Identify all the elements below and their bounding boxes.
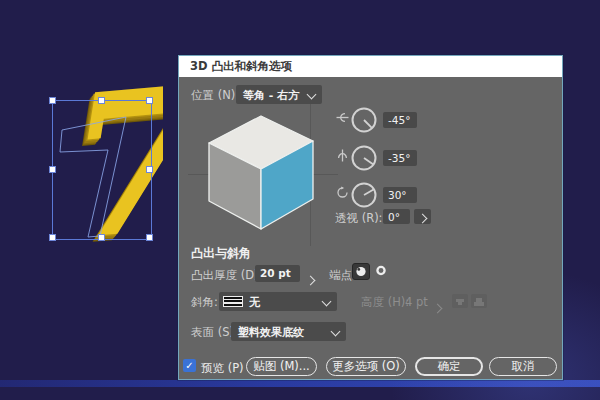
surface-value: 塑料效果底纹 xyxy=(238,326,304,339)
cancel-button[interactable]: 取消 xyxy=(489,357,557,376)
rotate-y-value-field[interactable]: -35° xyxy=(383,150,417,166)
extrude-section-header: 凸出与斜角 xyxy=(191,245,251,262)
cap-hollow-button[interactable] xyxy=(373,263,391,280)
checkmark-icon: ✓ xyxy=(185,360,193,371)
rotate-z-dial[interactable] xyxy=(350,181,378,209)
position-dropdown[interactable]: 等角 - 右方 xyxy=(236,85,322,104)
bevel-label: 斜角: xyxy=(191,295,218,310)
ok-button[interactable]: 确定 xyxy=(415,357,483,376)
surface-dropdown[interactable]: 塑料效果底纹 xyxy=(231,322,346,341)
dialog-title: 3D 凸出和斜角选项 xyxy=(190,56,292,77)
selection-handle-se[interactable] xyxy=(146,234,153,241)
rotate-z-axis-icon xyxy=(336,186,349,199)
extrude-depth-label: 凸出厚度 (D): xyxy=(191,268,262,283)
chevron-right-icon xyxy=(418,214,428,224)
preview-checkbox-label: 预览 (P) xyxy=(201,361,244,376)
bevel-extent-out-button xyxy=(452,294,468,308)
rotate-y-dial[interactable] xyxy=(350,144,378,172)
rotate-y-axis-icon xyxy=(336,149,349,162)
bevel-extent-in-icon xyxy=(471,295,487,309)
selection-handle-s[interactable] xyxy=(98,234,105,241)
dialog-titlebar[interactable]: 3D 凸出和斜角选项 xyxy=(179,56,562,77)
selection-bounding-box xyxy=(52,100,152,240)
chevron-right-icon xyxy=(306,276,316,286)
perspective-label: 透视 (R): xyxy=(335,211,383,226)
rotate-x-dial[interactable] xyxy=(350,106,378,134)
bevel-value: 无 xyxy=(249,295,260,310)
chevron-down-icon xyxy=(307,90,317,100)
bevel-extent-out-icon xyxy=(452,295,468,309)
selection-handle-n[interactable] xyxy=(98,97,105,104)
rotate-z-value-field[interactable]: 30° xyxy=(383,187,417,203)
rotation-preview-cube[interactable] xyxy=(201,111,326,236)
rotate-x-value-field[interactable]: -45° xyxy=(383,112,417,128)
selection-handle-e[interactable] xyxy=(146,166,153,173)
bevel-dropdown[interactable]: 无 xyxy=(219,292,337,311)
more-options-button[interactable]: 更多选项 (O) xyxy=(326,357,406,376)
bevel-height-label: 高度 (H): xyxy=(361,295,409,310)
selection-handle-w[interactable] xyxy=(49,166,56,173)
chevron-down-icon xyxy=(331,327,341,337)
preview-checkbox[interactable]: ✓ xyxy=(183,359,196,372)
position-label: 位置 (N): xyxy=(191,88,239,103)
bevel-height-value: 4 pt xyxy=(405,295,428,309)
selection-handle-sw[interactable] xyxy=(49,234,56,241)
bevel-height-stepper-button xyxy=(434,297,441,316)
bevel-none-swatch-icon xyxy=(223,296,243,307)
cap-solid-button[interactable] xyxy=(352,263,370,280)
cap-hollow-icon xyxy=(373,263,389,278)
bevel-extent-in-button xyxy=(471,294,487,308)
dialog-3d-extrude-bevel-options: 3D 凸出和斜角选项 位置 (N): 等角 - 右方 -45° xyxy=(178,55,563,380)
selection-handle-nw[interactable] xyxy=(49,97,56,104)
position-value: 等角 - 右方 xyxy=(243,89,299,102)
rotate-x-axis-icon xyxy=(336,111,349,124)
chevron-down-icon xyxy=(322,297,332,307)
map-art-button[interactable]: 贴图 (M)... xyxy=(246,357,317,376)
perspective-stepper-button[interactable] xyxy=(414,209,431,224)
cap-solid-icon xyxy=(353,264,369,279)
application-canvas: 7 7 7 7 7 7 3D 凸出和斜角选项 位置 (N): 等角 - 右方 xyxy=(0,0,600,400)
perspective-value-field[interactable]: 0° xyxy=(383,209,410,224)
selection-handle-ne[interactable] xyxy=(146,97,153,104)
extrude-depth-stepper-button[interactable] xyxy=(307,269,314,288)
chevron-right-icon xyxy=(433,304,443,314)
extrude-depth-field[interactable]: 20 pt xyxy=(255,265,300,282)
